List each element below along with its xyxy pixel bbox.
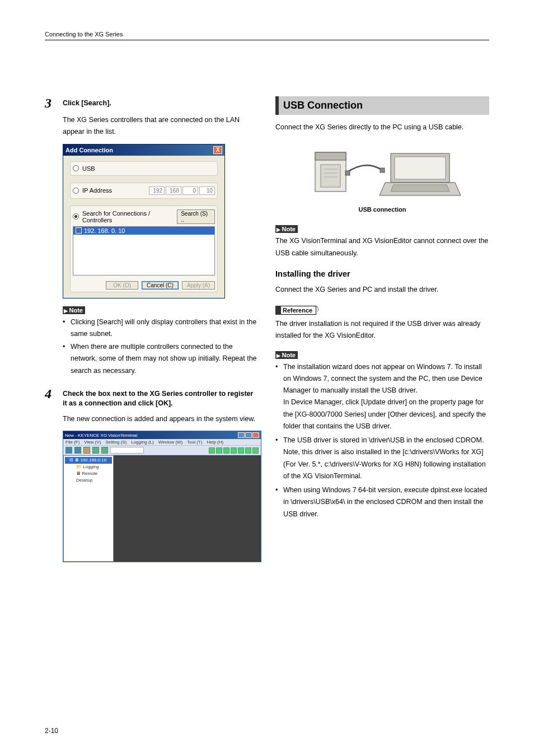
tree-view[interactable]: ⊟ 🖥 192.168.0.10 📁 Logging 🖥 Remote Desk… bbox=[63, 455, 114, 562]
tree-root[interactable]: ⊟ 🖥 192.168.0.10 bbox=[65, 457, 112, 464]
toolbar-icon[interactable] bbox=[238, 447, 244, 454]
left-column: 3 Click [Search]. The XG Series controll… bbox=[45, 96, 259, 562]
step-4-body: The new connection is added and appears … bbox=[63, 413, 259, 425]
add-connection-dialog: Add Connection X USB IP Address 192 168 bbox=[63, 144, 225, 298]
cancel-button[interactable]: Cancel (C) bbox=[142, 281, 179, 290]
svg-rect-6 bbox=[345, 171, 350, 175]
svg-rect-1 bbox=[315, 152, 346, 160]
toolbar-icon[interactable] bbox=[101, 447, 108, 454]
toolbar-icon[interactable] bbox=[209, 447, 215, 454]
usb-figure: USB connection bbox=[275, 142, 489, 213]
toolbar-icon[interactable] bbox=[245, 447, 251, 454]
note-label: Note bbox=[275, 225, 298, 233]
reference-label: Reference bbox=[275, 306, 316, 315]
note-item: Clicking [Search] will only display cont… bbox=[63, 316, 259, 340]
window-title: New - KEYENCE XG VisionTerminal bbox=[65, 433, 137, 438]
page-header: Connecting to the XG Series bbox=[45, 31, 489, 40]
step-number: 3 bbox=[45, 96, 57, 110]
page-number: 2-10 bbox=[45, 727, 58, 735]
menu-item[interactable]: File (F) bbox=[65, 440, 79, 445]
radio-icon bbox=[73, 165, 79, 171]
step-number: 4 bbox=[45, 387, 57, 409]
toolbar-icon[interactable] bbox=[65, 447, 72, 454]
close-icon[interactable] bbox=[252, 432, 259, 438]
app-window: New - KEYENCE XG VisionTerminal File (F)… bbox=[63, 431, 261, 562]
step-3-body: The XG Series controllers that are conne… bbox=[63, 114, 259, 138]
sub-intro: Connect the XG Series and PC and install… bbox=[275, 284, 489, 296]
note-text: The XG VisionTerminal and XG VisionEdito… bbox=[275, 235, 489, 259]
search-result-item[interactable]: 192. 168. 0. 10 bbox=[73, 227, 214, 235]
close-icon[interactable]: X bbox=[213, 146, 222, 154]
checkbox-icon[interactable] bbox=[76, 227, 82, 234]
ip-octet[interactable]: 0 bbox=[182, 186, 198, 195]
toolbar-icon[interactable] bbox=[83, 447, 90, 454]
note-label: Note bbox=[275, 351, 298, 359]
subsection-title: Installing the driver bbox=[275, 269, 489, 278]
ip-option-label: IP Address bbox=[82, 187, 112, 194]
svg-marker-9 bbox=[395, 157, 446, 179]
menu-item[interactable]: View (V) bbox=[84, 440, 101, 445]
svg-rect-2 bbox=[321, 165, 340, 187]
ip-octet[interactable]: 10 bbox=[199, 186, 215, 195]
usb-option-label: USB bbox=[82, 165, 95, 172]
note-list: The installation wizard does not appear … bbox=[275, 361, 489, 520]
note-item: The installation wizard does not appear … bbox=[275, 361, 489, 433]
reference-text: The driver installation is not required … bbox=[275, 318, 489, 342]
intro-text: Connect the XG Series directly to the PC… bbox=[275, 122, 489, 133]
toolbar-icon[interactable] bbox=[223, 447, 229, 454]
search-button[interactable]: Search (S) .. bbox=[177, 209, 215, 224]
usb-radio-row[interactable]: USB bbox=[70, 161, 218, 176]
ip-inputs[interactable]: 192 168 0 10 bbox=[149, 186, 215, 195]
radio-icon[interactable] bbox=[73, 213, 79, 220]
step-3: 3 Click [Search]. bbox=[45, 96, 259, 110]
note-label: Note bbox=[63, 306, 85, 314]
apply-button[interactable]: Apply (A) bbox=[182, 281, 215, 290]
step-title: Click [Search]. bbox=[63, 96, 111, 110]
menu-item[interactable]: Logging (L) bbox=[131, 440, 153, 445]
search-option-label: Search for Connections / Controllers bbox=[82, 210, 177, 223]
step-4: 4 Check the box next to the XG Series co… bbox=[45, 387, 259, 409]
svg-marker-11 bbox=[391, 185, 449, 192]
minimize-icon[interactable] bbox=[238, 432, 245, 438]
dialog-title: Add Connection bbox=[65, 147, 113, 153]
note-item: When using Windows 7 64-bit version, exe… bbox=[275, 484, 489, 520]
toolbar-icon[interactable] bbox=[74, 447, 81, 454]
figure-caption: USB connection bbox=[275, 206, 489, 213]
toolbar-input[interactable] bbox=[110, 447, 144, 454]
toolbar-icon[interactable] bbox=[231, 447, 237, 454]
toolbar-icon[interactable] bbox=[92, 447, 99, 454]
ip-octet[interactable]: 192 bbox=[149, 186, 165, 195]
menu-item[interactable]: Tool (T) bbox=[187, 440, 202, 445]
toolbar-icon[interactable] bbox=[216, 447, 222, 454]
search-results-list[interactable]: 192. 168. 0. 10 bbox=[73, 226, 215, 276]
menu-bar[interactable]: File (F) View (V) Setting (S) Logging (L… bbox=[63, 439, 261, 445]
callout-arrow-icon bbox=[316, 306, 324, 311]
menu-item[interactable]: Setting (S) bbox=[105, 440, 127, 445]
tree-item[interactable]: 📁 Logging bbox=[65, 464, 112, 470]
radio-icon bbox=[73, 188, 79, 194]
tree-item[interactable]: 🖥 Remote Desktop bbox=[65, 470, 112, 484]
toolbar-icon[interactable] bbox=[252, 447, 259, 454]
ip-radio-row[interactable]: IP Address 192 168 0 10 bbox=[70, 183, 218, 199]
content-area bbox=[114, 455, 261, 562]
toolbar[interactable] bbox=[63, 445, 261, 455]
window-buttons[interactable] bbox=[238, 432, 259, 438]
menu-item[interactable]: Window (W) bbox=[158, 440, 183, 445]
menu-item[interactable]: Help (H) bbox=[207, 440, 223, 445]
svg-rect-7 bbox=[380, 168, 385, 172]
ip-octet[interactable]: 168 bbox=[166, 186, 181, 195]
right-column: USB Connection Connect the XG Series dir… bbox=[275, 96, 489, 562]
section-title: USB Connection bbox=[275, 96, 489, 115]
ok-button[interactable]: OK (O) bbox=[106, 281, 138, 290]
maximize-icon[interactable] bbox=[245, 432, 252, 438]
step-title: Check the box next to the XG Series cont… bbox=[63, 387, 259, 409]
note-item: When there are multiple controllers conn… bbox=[63, 341, 259, 377]
step-3-notes: Clicking [Search] will only display cont… bbox=[63, 316, 259, 377]
note-item: The USB driver is stored in \driver\USB … bbox=[275, 435, 489, 482]
result-ip: 192. 168. 0. 10 bbox=[84, 227, 125, 234]
